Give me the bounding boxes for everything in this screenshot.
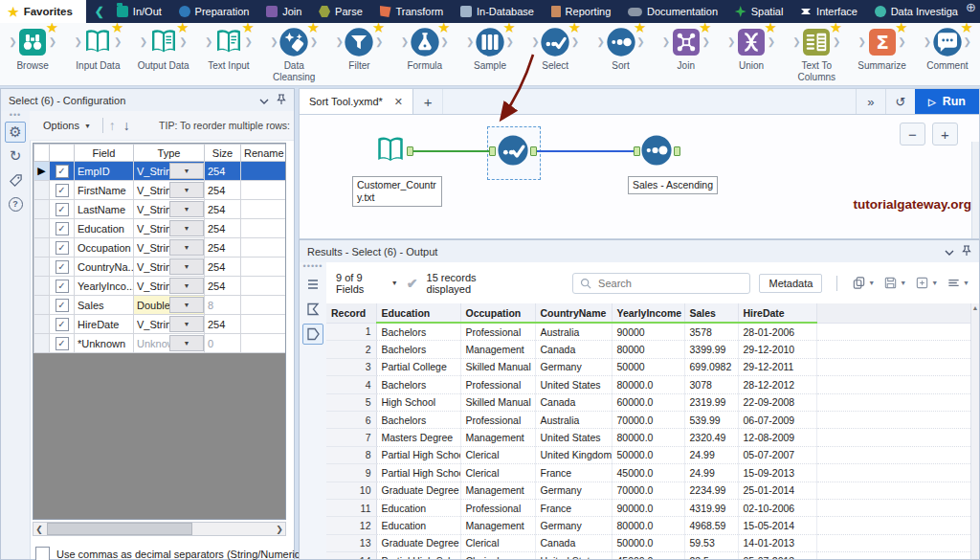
help-icon[interactable]: ? [5, 193, 26, 214]
field-rename-cell[interactable] [241, 162, 286, 181]
palette-tool-filter[interactable]: ❯❯★Filter [327, 26, 390, 72]
sort-input-anchor[interactable] [634, 146, 640, 156]
collapse-chevron-icon[interactable] [259, 95, 269, 106]
type-dropdown-icon[interactable]: ▼ [169, 163, 204, 179]
options-button[interactable]: Options ▼ [37, 117, 97, 134]
config-field-row[interactable]: ✓FirstNameV_String▼254 [34, 181, 286, 200]
move-up-icon[interactable]: ↑ [109, 118, 116, 133]
input-node-label[interactable]: Customer_Country.txt [352, 176, 442, 207]
connection-input-to-select[interactable] [413, 150, 490, 152]
field-checkbox[interactable]: ✓ [56, 184, 69, 197]
field-size-cell[interactable]: 254 [205, 200, 241, 219]
ribbon-tab-parse[interactable]: Parse [319, 6, 363, 17]
row-selector[interactable] [34, 334, 50, 353]
field-checkbox-cell[interactable]: ✓ [50, 334, 75, 353]
search-input[interactable] [596, 277, 743, 290]
palette-tool-browse[interactable]: ❯❯★Browse [1, 26, 64, 72]
field-checkbox-cell[interactable]: ✓ [50, 219, 75, 238]
field-size-cell[interactable]: 8 [205, 296, 241, 315]
field-type-cell[interactable]: V_String▼ [134, 258, 205, 277]
data-view-icon[interactable] [302, 274, 323, 295]
field-checkbox[interactable]: ✓ [56, 241, 69, 255]
add-category-icon[interactable]: ⊕ [962, 0, 980, 23]
field-checkbox[interactable]: ✓ [56, 203, 69, 216]
type-dropdown-icon[interactable]: ▼ [169, 201, 204, 217]
field-name-cell[interactable]: Education [75, 219, 134, 238]
palette-tool-sort[interactable]: ❯❯★Sort [590, 26, 653, 72]
row-selector[interactable] [34, 200, 50, 219]
input-anchor-icon[interactable] [302, 299, 323, 320]
field-rename-cell[interactable] [241, 219, 286, 238]
row-selector[interactable] [34, 258, 50, 277]
gear-icon[interactable]: ⚙ [5, 122, 26, 143]
drag-handle-dots[interactable]: ••••• [300, 262, 326, 270]
field-rename-cell[interactable] [241, 181, 286, 200]
workflow-tab[interactable]: Sort Tool.yxmd* ✕ [300, 89, 413, 114]
ribbon-tab-documentation[interactable]: Documentation [628, 6, 718, 17]
scroll-right-arrow-icon[interactable]: ❯ [274, 525, 285, 534]
field-checkbox-cell[interactable]: ✓ [50, 200, 75, 219]
results-row[interactable]: 1BachelorsProfessionalAustralia900003578… [326, 323, 971, 341]
results-row[interactable]: 9Partial High SchoolClericalFrance45000.… [326, 464, 971, 482]
results-column-header[interactable]: Occupation [460, 303, 535, 323]
ribbon-tab-transform[interactable]: Transform [380, 6, 444, 17]
select-output-anchor[interactable] [530, 146, 537, 156]
results-column-header[interactable]: Education [376, 303, 460, 323]
field-type-cell[interactable]: V_String▼ [134, 315, 205, 334]
field-size-cell[interactable]: 254 [205, 258, 241, 277]
schedule-history-icon[interactable]: ↺ [885, 89, 915, 114]
field-checkbox-cell[interactable]: ✓ [50, 181, 75, 200]
copy-button[interactable]: ▼ [852, 276, 875, 290]
close-tab-icon[interactable]: ✕ [394, 96, 403, 108]
zoom-in-button[interactable]: + [932, 123, 958, 146]
type-dropdown-icon[interactable]: ▼ [169, 182, 204, 198]
field-rename-cell[interactable] [241, 334, 286, 353]
results-row[interactable]: 12EducationManagementGermany80000.04968.… [326, 517, 971, 534]
type-dropdown-icon[interactable]: ▼ [169, 297, 204, 313]
canvas-vertical-scrollbar[interactable] [971, 142, 979, 238]
field-rename-cell[interactable] [241, 296, 286, 315]
field-type-cell[interactable]: V_String▼ [134, 219, 205, 238]
field-rename-cell[interactable] [241, 200, 286, 219]
ribbon-tab-reporting[interactable]: Reporting [551, 6, 612, 17]
palette-tool-summarize[interactable]: ❯Σ❯★Summarize [851, 26, 914, 72]
pin-icon[interactable] [962, 245, 971, 258]
results-row[interactable]: 7Masters DegreeManagementUnited States80… [326, 429, 971, 446]
row-selector[interactable]: ▶ [34, 162, 50, 181]
ribbon-tab-in-out[interactable]: In/Out [117, 6, 162, 17]
config-field-row[interactable]: ✓CountryNa...V_String▼254 [34, 258, 286, 277]
field-size-cell[interactable]: 254 [205, 315, 241, 334]
field-name-cell[interactable]: CountryNa... [75, 258, 134, 277]
new-tab-button[interactable]: + [413, 89, 443, 114]
field-checkbox[interactable]: ✓ [56, 299, 69, 312]
run-button[interactable]: ▷ Run [915, 89, 979, 114]
field-checkbox-cell[interactable]: ✓ [50, 238, 75, 258]
field-type-cell[interactable]: V_String▼ [134, 162, 205, 181]
ribbon-scroll-left-icon[interactable]: ❮ [86, 0, 113, 23]
field-checkbox[interactable]: ✓ [56, 222, 69, 235]
scroll-left-arrow-icon[interactable]: ❮ [33, 525, 45, 534]
overflow-chevrons-icon[interactable]: » [856, 89, 885, 114]
config-field-row[interactable]: ✓OccupationV_String▼254 [34, 238, 286, 258]
field-type-cell[interactable]: V_String▼ [134, 277, 205, 296]
field-size-cell[interactable]: 254 [205, 181, 241, 200]
ribbon-tab-preparation[interactable]: Preparation [179, 6, 250, 17]
metadata-button[interactable]: Metadata [759, 274, 822, 293]
type-dropdown-icon[interactable]: ▼ [169, 278, 204, 294]
field-checkbox-cell[interactable]: ✓ [50, 277, 75, 296]
connection-select-to-sort[interactable] [537, 150, 634, 152]
palette-tool-text-to-columns[interactable]: ❯❯★Text To Columns [785, 26, 848, 82]
field-name-cell[interactable]: HireDate [75, 315, 134, 334]
type-dropdown-icon[interactable]: ▼ [169, 239, 204, 256]
decimal-separator-checkbox[interactable] [35, 547, 50, 560]
palette-tool-comment[interactable]: ❯❯★Comment [916, 26, 979, 72]
search-box[interactable] [572, 273, 750, 294]
decimal-separator-option[interactable]: Use commas as decimal separators (String… [35, 547, 300, 560]
field-checkbox[interactable]: ✓ [56, 318, 69, 331]
row-selector[interactable] [34, 296, 50, 315]
results-row[interactable]: 4BachelorsProfessionalUnited States80000… [326, 376, 971, 393]
ribbon-tab-join[interactable]: Join [266, 6, 301, 17]
ribbon-tab-data-investiga[interactable]: Data Investiga [875, 6, 958, 17]
results-row[interactable]: 10Graduate DegreeManagementGermany70000.… [326, 482, 971, 499]
drag-handle-dots[interactable]: ••• [1, 111, 30, 119]
